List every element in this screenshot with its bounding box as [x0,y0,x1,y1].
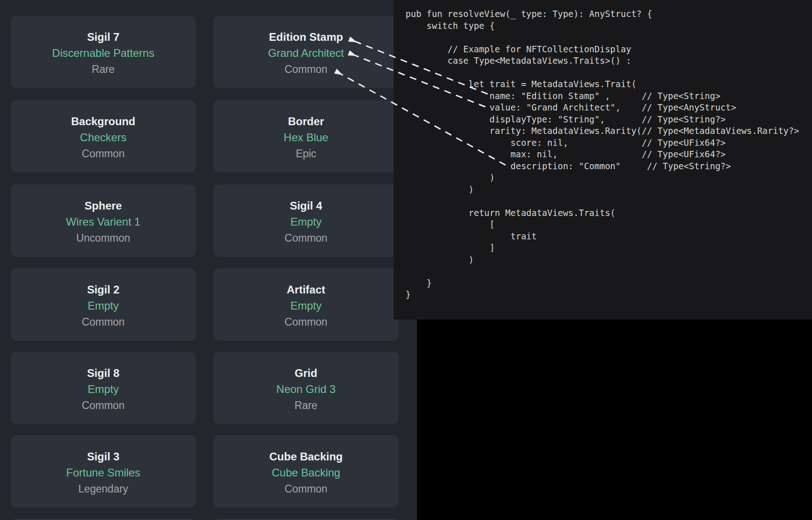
trait-card: Sphere Wires Varient 1 Uncommon [11,184,196,257]
trait-rarity: Common [284,481,327,497]
trait-card: Sigil 7 Discernable Patterns Rare [11,16,196,88]
cadence-code: pub fun resolveView(_ type: Type): AnySt… [394,0,812,301]
trait-value: Neon Grid 3 [276,381,335,398]
code-panel: pub fun resolveView(_ type: Type): AnySt… [394,0,812,320]
trait-rarity: Common [284,314,327,330]
trait-name: Sigil 2 [87,282,120,298]
trait-rarity: Uncommon [76,230,130,246]
trait-value: Grand Architect [268,45,344,61]
trait-rarity: Rare [92,61,115,77]
trait-name: Artifact [287,282,325,298]
trait-card: Sigil 3 Fortune Smiles Legendary [11,435,196,508]
trait-name: Sphere [84,198,122,214]
trait-card: Sigil 4 Empty Common [213,184,399,257]
trait-value: Empty [290,298,322,314]
trait-card: Sigil 2 Empty Common [11,268,196,341]
trait-value: Hex Blue [284,129,328,146]
desktop-black-area [417,320,812,520]
trait-value: Empty [88,381,119,398]
trait-name: Sigil 3 [87,449,120,465]
trait-value: Fortune Smiles [66,465,140,481]
trait-rarity: Common [82,398,124,413]
trait-name: Edition Stamp [269,29,343,45]
trait-rarity: Legendary [78,481,128,497]
trait-name: Sigil 4 [290,198,323,214]
trait-card: Sigil 8 Empty Common [11,352,196,424]
trait-card: Edition Stamp Grand Architect Common [213,16,399,88]
trait-value: Cube Backing [272,465,340,481]
trait-card: Border Hex Blue Epic [213,100,399,172]
trait-value: Wires Varient 1 [66,214,140,230]
trait-value: Checkers [80,129,126,146]
trait-name: Sigil 8 [87,365,120,381]
trait-card: Artifact Empty Common [213,268,399,341]
trait-value: Discernable Patterns [52,45,155,61]
trait-name: Sigil 7 [87,29,120,45]
trait-rarity: Epic [296,146,317,161]
trait-rarity: Common [284,230,327,246]
trait-rarity: Rare [295,398,317,413]
trait-name: Cube Backing [269,449,343,465]
trait-card: Background Checkers Common [11,100,196,172]
trait-value: Empty [88,298,119,314]
trait-name: Background [71,114,135,129]
trait-rarity: Common [82,314,124,330]
trait-rarity: Common [284,61,327,77]
trait-card: Grid Neon Grid 3 Rare [213,352,399,424]
trait-value: Empty [290,214,322,230]
trait-name: Border [288,114,324,129]
screenshot-root: Sigil 7 Discernable Patterns Rare Backgr… [0,0,812,520]
trait-card: Cube Backing Cube Backing Common [213,435,399,508]
trait-rarity: Common [82,146,124,161]
trait-name: Grid [295,365,317,381]
